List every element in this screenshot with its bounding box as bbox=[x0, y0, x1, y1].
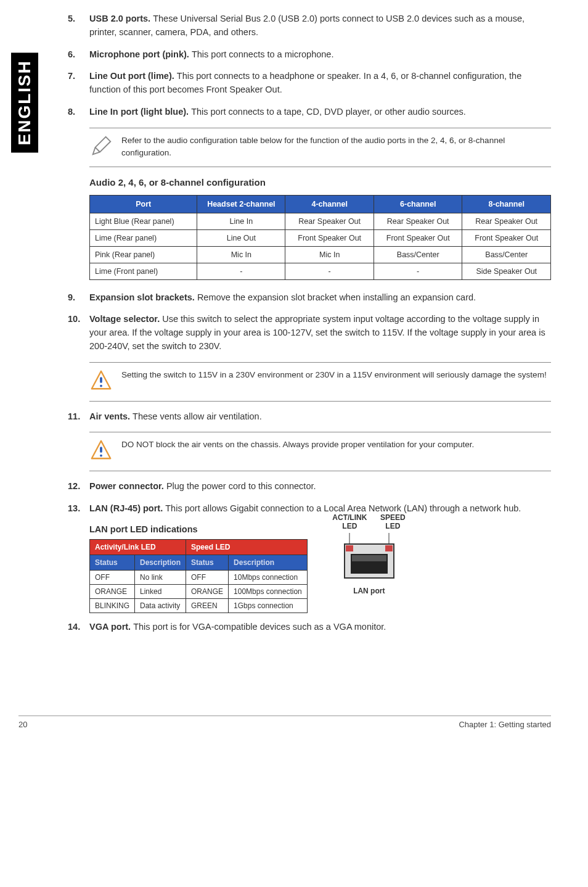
list-item-13: 13. LAN (RJ-45) port. This port allows G… bbox=[68, 502, 551, 516]
warning-icon bbox=[89, 439, 114, 464]
item-text: Line In port (light blue). This port con… bbox=[89, 105, 551, 119]
table-row: ORANGELinkedORANGE100Mbps connection bbox=[90, 584, 308, 598]
table-cell: 10Mbps connection bbox=[229, 570, 308, 584]
table-header: Speed LED bbox=[186, 539, 308, 555]
list-item-7: 7. Line Out port (lime). This port conne… bbox=[68, 70, 551, 97]
page-footer: 20 Chapter 1: Getting started bbox=[18, 716, 551, 729]
table-cell: Front Speaker Out bbox=[285, 229, 374, 246]
item-text: Line Out port (lime). This port connects… bbox=[89, 70, 551, 97]
table-header: Headset 2-channel bbox=[197, 195, 285, 213]
table-subheader: Status bbox=[186, 555, 229, 570]
lan-led-table: Activity/Link LED Speed LED Status Descr… bbox=[89, 539, 308, 613]
item-text: Microphone port (pink). This port connec… bbox=[89, 48, 551, 62]
svg-rect-11 bbox=[352, 555, 386, 561]
table-cell: - bbox=[197, 263, 285, 279]
item-text: Expansion slot brackets. Remove the expa… bbox=[89, 291, 551, 305]
lan-section: LAN port LED indications Activity/Link L… bbox=[89, 524, 551, 613]
svg-rect-3 bbox=[100, 447, 102, 453]
table-cell: 100Mbps connection bbox=[229, 584, 308, 598]
lan-heading: LAN port LED indications bbox=[89, 524, 308, 534]
item-body: This port allows Gigabit connection to a… bbox=[165, 503, 521, 513]
item-number: 11. bbox=[68, 410, 89, 424]
item-bold: Line In port (light blue). bbox=[89, 107, 191, 117]
item-body: This port is for VGA-compatible devices … bbox=[133, 622, 386, 632]
table-cell: 1Gbps connection bbox=[229, 598, 308, 613]
table-row: Lime (Rear panel)Line OutFront Speaker O… bbox=[90, 229, 551, 246]
table-cell: Lime (Front panel) bbox=[90, 263, 197, 279]
item-number: 13. bbox=[68, 502, 89, 516]
item-text: Air vents. These vents allow air ventila… bbox=[89, 410, 551, 424]
warning-voltage: Setting the switch to 115V in a 230V env… bbox=[89, 362, 551, 402]
item-bold: Air vents. bbox=[89, 411, 133, 421]
table-cell: Side Speaker Out bbox=[462, 263, 551, 279]
page-number: 20 bbox=[18, 720, 27, 729]
item-bold: Voltage selector. bbox=[89, 314, 162, 324]
table-cell: GREEN bbox=[186, 598, 229, 613]
list-item-11: 11. Air vents. These vents allow air ven… bbox=[68, 410, 551, 424]
list-item-12: 12. Power connector. Plug the power cord… bbox=[68, 480, 551, 493]
lan-table-wrapper: LAN port LED indications Activity/Link L… bbox=[89, 524, 308, 613]
table-cell: Bass/Center bbox=[462, 246, 551, 263]
item-number: 10. bbox=[68, 313, 89, 353]
table-row: BLINKINGData activityGREEN1Gbps connecti… bbox=[90, 598, 308, 613]
table-cell: Linked bbox=[135, 584, 186, 598]
item-bold: Line Out port (lime). bbox=[89, 71, 177, 81]
item-bold: VGA port. bbox=[89, 622, 133, 632]
audio-config-heading: Audio 2, 4, 6, or 8-channel configuratio… bbox=[89, 177, 551, 188]
table-cell: Mic In bbox=[285, 246, 374, 263]
table-cell: Lime (Rear panel) bbox=[90, 229, 197, 246]
item-text: VGA port. This port is for VGA-compatibl… bbox=[89, 621, 551, 634]
item-body: This port connects to a microphone. bbox=[192, 49, 334, 59]
item-text: USB 2.0 ports. These Universal Serial Bu… bbox=[89, 12, 551, 39]
item-text: Voltage selector. Use this switch to sel… bbox=[89, 313, 551, 353]
svg-line-0 bbox=[96, 147, 100, 152]
item-body: Remove the expansion slot bracket when i… bbox=[197, 292, 476, 302]
table-cell: ORANGE bbox=[90, 584, 135, 598]
table-header: 4-channel bbox=[285, 195, 374, 213]
table-header: 6-channel bbox=[374, 195, 462, 213]
item-number: 5. bbox=[68, 12, 89, 39]
item-bold: Microphone port (pink). bbox=[89, 49, 192, 59]
pencil-icon bbox=[89, 134, 114, 160]
table-cell: Line Out bbox=[197, 229, 285, 246]
speed-led-label: SPEED LED bbox=[374, 513, 412, 530]
table-cell: Pink (Rear panel) bbox=[90, 246, 197, 263]
audio-config-table: Port Headset 2-channel 4-channel 6-chann… bbox=[89, 195, 551, 280]
svg-point-2 bbox=[100, 384, 102, 387]
item-bold: Power connector. bbox=[89, 481, 166, 491]
table-cell: Mic In bbox=[197, 246, 285, 263]
note-text: Setting the switch to 115V in a 230V env… bbox=[121, 369, 551, 381]
list-item-5: 5. USB 2.0 ports. These Universal Serial… bbox=[68, 12, 551, 39]
table-cell: - bbox=[285, 263, 374, 279]
item-body: Plug the power cord to this connector. bbox=[166, 481, 316, 491]
warning-icon bbox=[89, 369, 114, 395]
note-text: Refer to the audio configuration table b… bbox=[121, 134, 551, 160]
svg-rect-1 bbox=[100, 377, 102, 383]
svg-point-4 bbox=[100, 455, 102, 457]
item-body: These vents allow air ventilation. bbox=[133, 411, 262, 421]
table-cell: Front Speaker Out bbox=[374, 229, 462, 246]
note-text: DO NOT block the air vents on the chassi… bbox=[121, 439, 551, 451]
item-body: These Universal Serial Bus 2.0 (USB 2.0)… bbox=[89, 14, 525, 37]
item-number: 7. bbox=[68, 70, 89, 97]
table-cell: Data activity bbox=[135, 598, 186, 613]
table-header: Activity/Link LED bbox=[90, 539, 186, 555]
table-cell: Line In bbox=[197, 213, 285, 229]
item-number: 12. bbox=[68, 480, 89, 493]
list-item-6: 6. Microphone port (pink). This port con… bbox=[68, 48, 551, 62]
table-subheader: Description bbox=[135, 555, 186, 570]
chapter-title: Chapter 1: Getting started bbox=[459, 720, 551, 729]
svg-rect-9 bbox=[385, 545, 393, 551]
item-body: This port connects to a tape, CD, DVD pl… bbox=[191, 107, 466, 117]
item-text: Power connector. Plug the power cord to … bbox=[89, 480, 551, 493]
table-cell: OFF bbox=[90, 570, 135, 584]
table-cell: ORANGE bbox=[186, 584, 229, 598]
lan-port-caption: LAN port bbox=[326, 587, 412, 595]
item-text: LAN (RJ-45) port. This port allows Gigab… bbox=[89, 502, 551, 516]
list-item-9: 9. Expansion slot brackets. Remove the e… bbox=[68, 291, 551, 305]
list-item-14: 14. VGA port. This port is for VGA-compa… bbox=[68, 621, 551, 634]
sidebar-language-label: ENGLISH bbox=[11, 52, 38, 152]
table-subheader: Description bbox=[229, 555, 308, 570]
table-cell: OFF bbox=[186, 570, 229, 584]
list-item-10: 10. Voltage selector. Use this switch to… bbox=[68, 313, 551, 353]
